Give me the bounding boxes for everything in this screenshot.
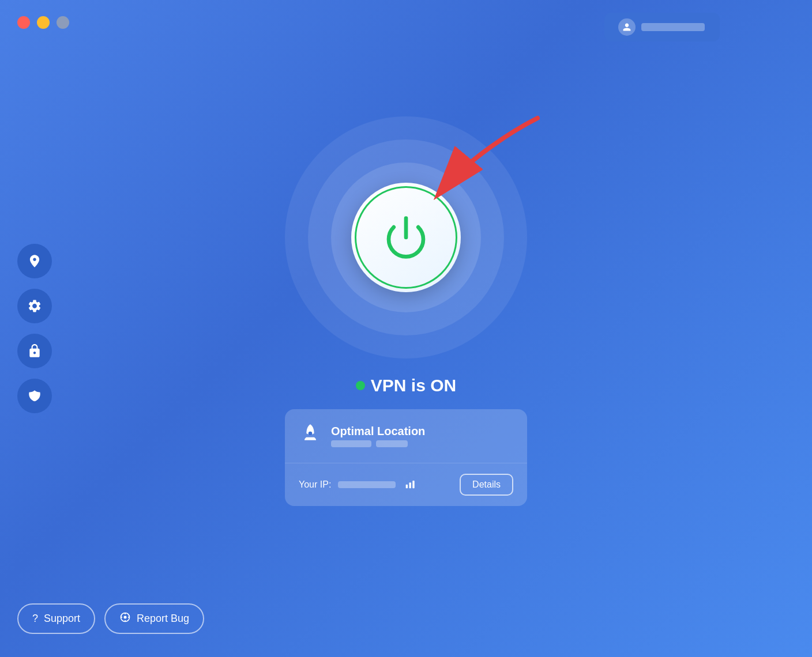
outer-glow-3 xyxy=(285,116,527,358)
report-bug-label: Report Bug xyxy=(137,613,189,625)
location-info: Optimal Location xyxy=(331,425,425,447)
main-content: VPN is ON Optimal Location Your IP: xyxy=(285,151,527,506)
svg-rect-3 xyxy=(409,482,411,488)
power-icon xyxy=(383,214,429,260)
user-name-redacted xyxy=(641,23,705,31)
ip-label: Your IP: xyxy=(299,479,331,490)
user-avatar xyxy=(618,18,636,36)
rocket-icon xyxy=(299,422,322,450)
support-label: Support xyxy=(44,613,80,625)
location-blur-2 xyxy=(376,440,408,447)
support-button[interactable]: ? Support xyxy=(17,603,95,634)
bottom-bar: ? Support Report Bug xyxy=(17,603,204,634)
ip-section: Your IP: Details xyxy=(285,463,527,506)
title-bar xyxy=(17,16,69,29)
status-indicator xyxy=(356,381,365,390)
outer-glow-1 xyxy=(331,163,481,312)
outer-glow-2 xyxy=(308,139,504,335)
details-button[interactable]: Details xyxy=(460,474,513,496)
user-account-button[interactable] xyxy=(604,13,720,41)
svg-point-6 xyxy=(124,616,127,619)
vpn-power-button[interactable] xyxy=(351,183,461,292)
sidebar-item-block[interactable] xyxy=(17,379,52,413)
svg-point-1 xyxy=(309,432,313,436)
location-subtitle xyxy=(331,440,425,447)
vpn-status-label: VPN is ON xyxy=(371,376,456,395)
minimize-dot[interactable] xyxy=(37,16,50,29)
bug-icon xyxy=(119,611,131,626)
svg-rect-2 xyxy=(406,484,408,488)
close-dot[interactable] xyxy=(17,16,30,29)
vpn-status: VPN is ON xyxy=(356,376,456,395)
support-icon: ? xyxy=(32,613,38,625)
sidebar-item-security[interactable] xyxy=(17,334,52,368)
report-bug-button[interactable]: Report Bug xyxy=(104,603,204,634)
ip-address-redacted xyxy=(338,481,396,488)
sidebar xyxy=(17,244,52,413)
location-section: Optimal Location xyxy=(285,409,527,463)
sidebar-item-settings[interactable] xyxy=(17,289,52,323)
location-title: Optimal Location xyxy=(331,425,425,438)
signal-icon xyxy=(405,478,416,492)
maximize-dot[interactable] xyxy=(57,16,69,29)
sidebar-item-quickconnect[interactable] xyxy=(17,244,52,278)
info-card: Optimal Location Your IP: Details xyxy=(285,409,527,506)
svg-rect-4 xyxy=(413,481,415,488)
location-blur-1 xyxy=(331,440,371,447)
